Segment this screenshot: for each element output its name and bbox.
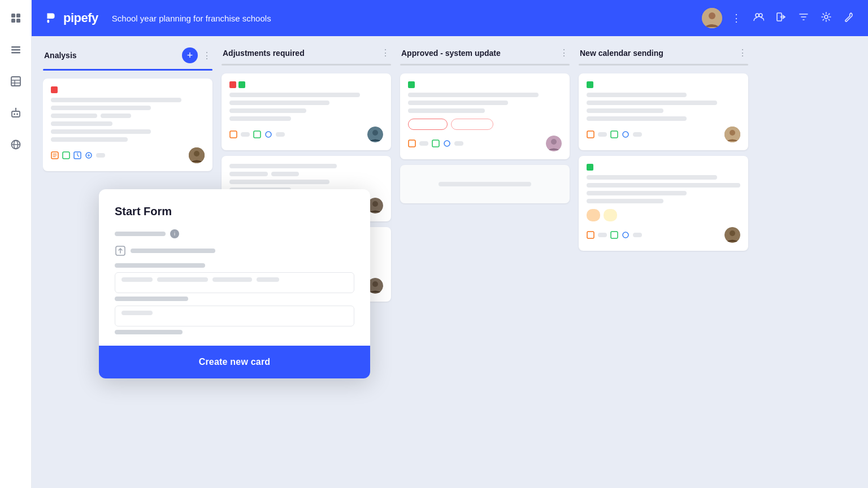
header-title: School year planning for franchise schoo… bbox=[112, 14, 271, 23]
ci-nc1-2 bbox=[610, 130, 618, 138]
info-icon: i bbox=[170, 229, 179, 238]
upload-icon bbox=[115, 245, 126, 256]
svg-point-23 bbox=[759, 14, 762, 17]
svg-point-21 bbox=[709, 12, 715, 19]
card-footer-adj1 bbox=[229, 127, 383, 142]
card-analysis-1[interactable] bbox=[43, 79, 212, 171]
column-header-analysis: Analysis + ⋮ bbox=[43, 47, 212, 63]
logo: pipefy bbox=[43, 10, 98, 26]
header-gear-icon[interactable] bbox=[818, 9, 834, 28]
svg-rect-42 bbox=[432, 140, 439, 147]
svg-point-13 bbox=[16, 114, 18, 115]
column-menu-adjustments[interactable]: ⋮ bbox=[381, 47, 390, 58]
svg-rect-1 bbox=[16, 14, 20, 18]
svg-rect-31 bbox=[230, 131, 237, 138]
tag-yellow-filled bbox=[604, 209, 617, 221]
ci-app1-2 bbox=[432, 140, 440, 147]
card-indicators bbox=[51, 86, 205, 93]
svg-rect-0 bbox=[11, 14, 15, 18]
header-more-icon[interactable]: ⋮ bbox=[729, 10, 744, 27]
card-icon-3 bbox=[73, 151, 81, 159]
ci-app1-1 bbox=[408, 140, 416, 147]
header-tool-icon[interactable] bbox=[841, 9, 857, 28]
ci-nc2-2 bbox=[610, 231, 618, 239]
tag-red-outline bbox=[408, 119, 448, 130]
header-people-icon[interactable] bbox=[750, 9, 766, 28]
card-icons-app1 bbox=[408, 140, 463, 147]
svg-rect-11 bbox=[12, 111, 20, 117]
sidebar-icon-table[interactable] bbox=[7, 72, 25, 90]
svg-point-30 bbox=[194, 151, 199, 156]
sidebar-icon-list[interactable] bbox=[7, 41, 25, 59]
column-new-calendar: New calendar sending ⋮ bbox=[579, 47, 748, 477]
form-row-1: i bbox=[115, 229, 354, 238]
card-tags-app1 bbox=[408, 119, 562, 130]
create-new-card-button[interactable]: Create new card bbox=[115, 357, 354, 367]
form-input-2[interactable] bbox=[115, 306, 354, 326]
card-approved-1[interactable] bbox=[400, 73, 570, 159]
panel-body: Start Form i bbox=[99, 189, 370, 346]
card-indicators-nc1 bbox=[587, 81, 740, 88]
svg-rect-45 bbox=[587, 131, 594, 138]
column-menu-analysis[interactable]: ⋮ bbox=[202, 50, 211, 61]
form-input-1[interactable] bbox=[115, 272, 354, 293]
svg-rect-27 bbox=[63, 152, 70, 159]
ci-3 bbox=[264, 130, 272, 138]
panel-footer: Create new card bbox=[99, 346, 370, 378]
card-content-adj1 bbox=[229, 93, 383, 121]
header-enter-icon[interactable] bbox=[773, 9, 789, 28]
svg-rect-2 bbox=[11, 19, 15, 23]
card-nc-2[interactable] bbox=[579, 156, 748, 251]
svg-rect-32 bbox=[254, 131, 261, 138]
svg-point-48 bbox=[730, 130, 735, 136]
card-icons-nc2 bbox=[587, 231, 642, 239]
sidebar-icon-grid[interactable] bbox=[7, 9, 25, 27]
svg-point-52 bbox=[730, 230, 735, 236]
card-footer-nc2 bbox=[587, 227, 740, 243]
column-menu-approved[interactable]: ⋮ bbox=[559, 47, 568, 58]
card-indicators-adj1 bbox=[229, 81, 383, 88]
header-actions: ⋮ bbox=[702, 8, 857, 28]
column-header-approved: Approved - system update ⋮ bbox=[400, 47, 570, 58]
card-content-adj2 bbox=[229, 164, 383, 192]
column-menu-new-calendar[interactable]: ⋮ bbox=[738, 47, 747, 58]
svg-rect-7 bbox=[11, 77, 20, 86]
main-area: pipefy School year planning for franchis… bbox=[32, 0, 868, 488]
card-nc-1[interactable] bbox=[579, 73, 748, 150]
sidebar-icon-globe[interactable] bbox=[7, 136, 25, 154]
card-icons bbox=[51, 151, 105, 159]
card-icon-1 bbox=[51, 151, 59, 159]
svg-point-22 bbox=[756, 14, 759, 17]
panel-title: Start Form bbox=[115, 205, 354, 218]
svg-point-44 bbox=[551, 139, 557, 145]
card-content-nc2 bbox=[587, 175, 740, 203]
card-icon-2 bbox=[62, 151, 70, 159]
ci-nc2-3 bbox=[622, 231, 630, 239]
column-add-button-analysis[interactable]: + bbox=[182, 47, 198, 63]
svg-rect-50 bbox=[611, 232, 618, 238]
start-form-panel: Start Form i bbox=[99, 189, 370, 378]
svg-rect-6 bbox=[11, 52, 20, 54]
column-header-adjustments: Adjustments required ⋮ bbox=[222, 47, 391, 58]
svg-point-37 bbox=[372, 201, 378, 207]
svg-rect-19 bbox=[47, 20, 49, 23]
svg-rect-4 bbox=[11, 46, 20, 48]
card-tags-nc2 bbox=[587, 209, 740, 221]
card-avatar-nc1 bbox=[724, 127, 740, 142]
card-icons-adj1 bbox=[229, 130, 285, 138]
card-adjustments-1[interactable] bbox=[222, 73, 391, 150]
card-footer-app1 bbox=[408, 136, 562, 151]
column-line-approved bbox=[400, 64, 570, 66]
card-avatar-adj1 bbox=[367, 127, 383, 142]
svg-point-40 bbox=[372, 281, 378, 287]
header-filter-icon[interactable] bbox=[796, 9, 811, 28]
card-avatar-1 bbox=[189, 147, 205, 163]
svg-point-12 bbox=[14, 114, 15, 115]
card-icon-4 bbox=[85, 151, 93, 159]
card-approved-empty bbox=[400, 165, 570, 203]
sidebar-icon-bot[interactable] bbox=[7, 104, 25, 122]
ci-nc1-3 bbox=[622, 130, 630, 138]
user-avatar-header[interactable] bbox=[702, 8, 722, 28]
column-title-approved: Approved - system update bbox=[401, 49, 555, 58]
card-indicators-nc2 bbox=[587, 164, 740, 171]
